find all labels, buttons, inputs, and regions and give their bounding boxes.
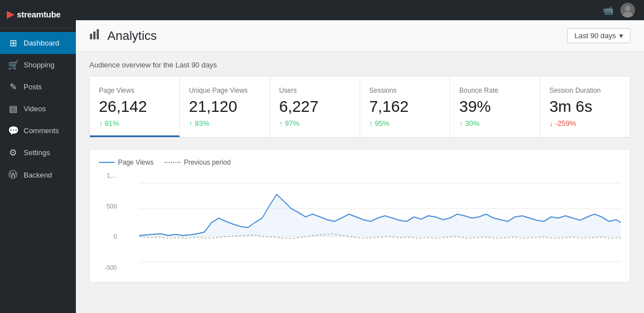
backend-icon: Ⓦ bbox=[8, 169, 18, 181]
stat-value-3: 7,162 bbox=[369, 99, 441, 115]
stat-users[interactable]: Users 6,227 ↑ 97% bbox=[270, 76, 360, 137]
sidebar-label-shopping: Shopping bbox=[24, 61, 55, 69]
stat-value-2: 6,227 bbox=[279, 99, 351, 115]
chart-svg bbox=[119, 172, 621, 273]
stat-sessions[interactable]: Sessions 7,162 ↑ 95% bbox=[360, 76, 450, 137]
stat-value-1: 21,120 bbox=[189, 99, 260, 115]
stats-card: Page Views 26,142 ↑ 91% Unique Page View… bbox=[89, 76, 631, 138]
sidebar-logo: ▶ streamtube bbox=[0, 0, 76, 29]
sidebar-item-posts[interactable]: ✎ Posts bbox=[0, 76, 76, 98]
stat-change-2: ↑ 97% bbox=[279, 119, 351, 128]
comments-icon: 💬 bbox=[8, 125, 18, 136]
chart-area: Page Views Previous period 1,... 500 0 -… bbox=[89, 149, 631, 283]
chart-legend: Page Views Previous period bbox=[99, 158, 621, 166]
stat-change-1: ↑ 93% bbox=[189, 119, 260, 128]
stat-page-views[interactable]: Page Views 26,142 ↑ 91% bbox=[90, 76, 180, 137]
content-area: Analytics Last 90 days ▾ Audience overvi… bbox=[76, 20, 644, 313]
svg-rect-3 bbox=[93, 31, 96, 39]
legend-page-views: Page Views bbox=[99, 158, 153, 166]
legend-page-views-label: Page Views bbox=[118, 158, 153, 166]
stat-label-0: Page Views bbox=[99, 87, 170, 94]
y-label-top: 1,... bbox=[99, 172, 119, 179]
sidebar-item-dashboard[interactable]: ⊞ Dashboard bbox=[0, 32, 76, 54]
svg-marker-9 bbox=[139, 194, 621, 237]
y-label-mid: 500 bbox=[99, 203, 119, 210]
sidebar-label-dashboard: Dashboard bbox=[24, 39, 60, 47]
sidebar-item-videos[interactable]: ▤ Videos bbox=[0, 98, 76, 120]
sidebar-label-backend: Backend bbox=[24, 171, 52, 179]
y-label-neg: -500 bbox=[99, 264, 119, 271]
stat-change-4: ↑ 30% bbox=[459, 119, 530, 128]
y-axis-labels: 1,... 500 0 -500 bbox=[99, 172, 119, 273]
legend-previous-period: Previous period bbox=[165, 158, 230, 166]
stat-unique-page-views[interactable]: Unique Page Views 21,120 ↑ 93% bbox=[180, 76, 270, 137]
avatar[interactable] bbox=[620, 3, 635, 17]
previous-period-line-icon bbox=[165, 162, 180, 163]
stat-change-0: ↑ 91% bbox=[99, 119, 170, 128]
sidebar: ▶ streamtube ⊞ Dashboard 🛒 Shopping ✎ Po… bbox=[0, 0, 76, 313]
stat-value-5: 3m 6s bbox=[550, 99, 621, 115]
svg-rect-2 bbox=[90, 34, 92, 39]
logo-arrow-icon: ▶ bbox=[7, 8, 15, 20]
settings-icon: ⚙ bbox=[8, 147, 18, 158]
page-title: Analytics bbox=[107, 29, 157, 43]
chevron-down-icon: ▾ bbox=[619, 31, 623, 40]
sidebar-label-settings: Settings bbox=[24, 148, 50, 157]
svg-point-0 bbox=[625, 6, 631, 11]
page-header: Analytics Last 90 days ▾ bbox=[76, 20, 644, 52]
shopping-icon: 🛒 bbox=[8, 60, 18, 70]
stat-value-4: 39% bbox=[459, 99, 530, 115]
chart-container: 1,... 500 0 -500 bbox=[99, 172, 621, 273]
svg-point-1 bbox=[623, 12, 633, 17]
videos-icon: ▤ bbox=[8, 103, 18, 114]
dashboard-icon: ⊞ bbox=[8, 38, 18, 48]
analytics-body: Audience overview for the Last 90 days P… bbox=[76, 52, 644, 292]
brand-name: streamtube bbox=[17, 10, 61, 19]
svg-rect-4 bbox=[97, 29, 99, 39]
stat-label-4: Bounce Rate bbox=[459, 87, 530, 94]
sidebar-item-shopping[interactable]: 🛒 Shopping bbox=[0, 54, 76, 76]
sidebar-label-posts: Posts bbox=[24, 83, 42, 91]
sidebar-item-settings[interactable]: ⚙ Settings bbox=[0, 142, 76, 164]
sidebar-label-comments: Comments bbox=[24, 126, 59, 135]
stat-label-1: Unique Page Views bbox=[189, 87, 260, 94]
sidebar-nav: ⊞ Dashboard 🛒 Shopping ✎ Posts ▤ Videos … bbox=[0, 29, 76, 187]
main-area: 📹 Analytics Last 90 days ▾ bbox=[76, 0, 644, 313]
sidebar-item-backend[interactable]: Ⓦ Backend bbox=[0, 164, 76, 187]
stat-change-5: ↓ -259% bbox=[550, 119, 621, 128]
stat-value-0: 26,142 bbox=[99, 99, 170, 115]
stat-label-2: Users bbox=[279, 87, 351, 94]
analytics-icon bbox=[89, 28, 102, 43]
stat-label-5: Session Duration bbox=[550, 87, 621, 94]
stat-bounce-rate[interactable]: Bounce Rate 39% ↑ 30% bbox=[450, 76, 540, 137]
date-filter-dropdown[interactable]: Last 90 days ▾ bbox=[567, 28, 631, 43]
sidebar-item-comments[interactable]: 💬 Comments bbox=[0, 120, 76, 142]
topbar: 📹 bbox=[76, 0, 644, 20]
page-views-line-icon bbox=[99, 162, 115, 163]
page-title-area: Analytics bbox=[89, 28, 157, 43]
camera-icon[interactable]: 📹 bbox=[602, 5, 614, 16]
stat-change-3: ↑ 95% bbox=[369, 119, 441, 128]
sidebar-label-videos: Videos bbox=[24, 105, 46, 113]
legend-previous-label: Previous period bbox=[184, 158, 230, 166]
audience-overview-title: Audience overview for the Last 90 days bbox=[89, 61, 631, 69]
posts-icon: ✎ bbox=[8, 81, 18, 92]
y-label-zero: 0 bbox=[99, 233, 119, 240]
stat-session-duration[interactable]: Session Duration 3m 6s ↓ -259% bbox=[541, 76, 630, 137]
date-filter-label: Last 90 days bbox=[574, 31, 616, 40]
stat-label-3: Sessions bbox=[369, 87, 441, 94]
